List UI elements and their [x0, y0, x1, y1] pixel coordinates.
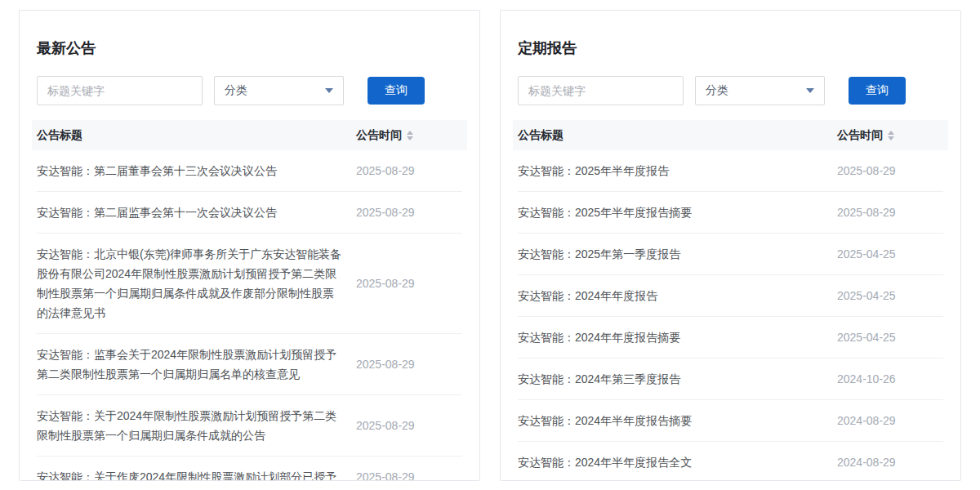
announcement-date: 2025-08-29 — [356, 164, 462, 177]
filter-bar: 分类 查询 — [37, 76, 462, 105]
periodic-reports-panel: 定期报告 分类 查询 公告标题 公告时间 安达智能：2025年半年度报告 202… — [500, 10, 961, 481]
category-select[interactable]: 分类 — [695, 76, 825, 105]
page: 最新公告 分类 查询 公告标题 公告时间 安达智能：第二届董事会第十三次会议决议… — [0, 0, 980, 481]
category-select[interactable]: 分类 — [214, 76, 344, 105]
chevron-down-icon — [806, 88, 814, 93]
announcement-date: 2025-04-25 — [837, 289, 943, 302]
filter-bar: 分类 查询 — [518, 76, 943, 105]
announcement-date: 2025-08-29 — [356, 358, 462, 371]
column-header-title: 公告标题 — [37, 128, 356, 143]
table-row: 安达智能：2024年年度报告摘要 2025-04-25 — [518, 317, 943, 359]
announcement-title-link[interactable]: 安达智能：2025年第一季度报告 — [518, 244, 837, 264]
announcement-title-link[interactable]: 安达智能：关于2024年限制性股票激励计划预留授予第二类限制性股票第一个归属期归… — [37, 406, 356, 445]
search-button[interactable]: 查询 — [368, 77, 425, 105]
announcement-title-link[interactable]: 安达智能：北京中银(东莞)律师事务所关于广东安达智能装备股份有限公司2024年限… — [37, 244, 356, 323]
announcement-date: 2025-08-29 — [356, 470, 462, 481]
column-header-date-label: 公告时间 — [356, 128, 402, 143]
panel-title: 最新公告 — [37, 38, 462, 59]
table-header: 公告标题 公告时间 — [32, 120, 467, 150]
table-row: 安达智能：监事会关于2024年限制性股票激励计划预留授予第二类限制性股票第一个归… — [37, 334, 462, 395]
table-header: 公告标题 公告时间 — [513, 120, 948, 150]
keyword-input[interactable] — [518, 76, 684, 105]
table-row: 安达智能：2025年第一季度报告 2025-04-25 — [518, 234, 943, 275]
announcement-title-link[interactable]: 安达智能：2024年半年度报告全文 — [518, 452, 837, 472]
panel-title: 定期报告 — [518, 38, 943, 59]
announcement-title-link[interactable]: 安达智能：2024年年度报告 — [518, 286, 837, 305]
table-row: 安达智能：2024年年度报告 2025-04-25 — [518, 275, 943, 317]
announcement-date: 2024-08-29 — [837, 456, 943, 469]
chevron-down-icon — [325, 88, 333, 93]
table-row: 安达智能：2024年半年度报告全文 2024-08-29 — [518, 442, 943, 481]
announcement-date: 2025-04-25 — [837, 247, 943, 261]
announcement-title-link[interactable]: 安达智能：2024年半年度报告摘要 — [518, 411, 837, 430]
report-list: 安达智能：2025年半年度报告 2025-08-29 安达智能：2025年半年度… — [518, 150, 943, 481]
table-row: 安达智能：第二届监事会第十一次会议决议公告 2025-08-29 — [37, 192, 462, 234]
table-row: 安达智能：2025年半年度报告摘要 2025-08-29 — [518, 192, 943, 234]
category-select-value: 分类 — [706, 83, 728, 98]
table-row: 安达智能：关于2024年限制性股票激励计划预留授予第二类限制性股票第一个归属期归… — [37, 395, 462, 457]
announcement-date: 2025-08-29 — [837, 206, 943, 219]
announcement-title-link[interactable]: 安达智能：2025年半年度报告摘要 — [518, 203, 837, 222]
announcement-list: 安达智能：第二届董事会第十三次会议决议公告 2025-08-29 安达智能：第二… — [37, 150, 462, 481]
category-select-value: 分类 — [225, 83, 247, 98]
announcement-date: 2025-08-29 — [837, 164, 943, 177]
announcement-title-link[interactable]: 安达智能：2024年第三季度报告 — [518, 369, 837, 389]
table-row: 安达智能：2024年半年度报告摘要 2024-08-29 — [518, 400, 943, 442]
table-row: 安达智能：第二届董事会第十三次会议决议公告 2025-08-29 — [37, 150, 462, 192]
announcement-title-link[interactable]: 安达智能：第二届董事会第十三次会议决议公告 — [37, 161, 356, 180]
sort-icon — [888, 131, 894, 140]
table-row: 安达智能：关于作废2024年限制性股票激励计划部分已授予 2025-08-29 — [37, 457, 462, 481]
search-button[interactable]: 查询 — [849, 77, 906, 105]
table-row: 安达智能：2024年第三季度报告 2024-10-26 — [518, 359, 943, 400]
announcement-date: 2024-08-29 — [837, 414, 943, 427]
announcement-date: 2025-08-29 — [356, 206, 462, 219]
sort-icon — [407, 131, 413, 140]
column-header-date-label: 公告时间 — [837, 128, 883, 143]
announcement-title-link[interactable]: 安达智能：关于作废2024年限制性股票激励计划部分已授予 — [37, 467, 356, 481]
column-header-title: 公告标题 — [518, 128, 837, 143]
announcement-date: 2025-04-25 — [837, 331, 943, 344]
announcement-title-link[interactable]: 安达智能：监事会关于2024年限制性股票激励计划预留授予第二类限制性股票第一个归… — [37, 345, 356, 384]
table-row: 安达智能：北京中银(东莞)律师事务所关于广东安达智能装备股份有限公司2024年限… — [37, 234, 462, 334]
keyword-input[interactable] — [37, 76, 203, 105]
announcement-date: 2025-08-29 — [356, 419, 462, 432]
announcement-date: 2025-08-29 — [356, 277, 462, 290]
latest-announcements-panel: 最新公告 分类 查询 公告标题 公告时间 安达智能：第二届董事会第十三次会议决议… — [19, 10, 480, 481]
table-row: 安达智能：2025年半年度报告 2025-08-29 — [518, 150, 943, 192]
announcement-title-link[interactable]: 安达智能：2025年半年度报告 — [518, 161, 837, 180]
announcement-title-link[interactable]: 安达智能：2024年年度报告摘要 — [518, 327, 837, 347]
column-header-date-sort[interactable]: 公告时间 — [356, 128, 462, 143]
announcement-date: 2024-10-26 — [837, 372, 943, 385]
announcement-title-link[interactable]: 安达智能：第二届监事会第十一次会议决议公告 — [37, 203, 356, 222]
column-header-date-sort[interactable]: 公告时间 — [837, 128, 943, 143]
